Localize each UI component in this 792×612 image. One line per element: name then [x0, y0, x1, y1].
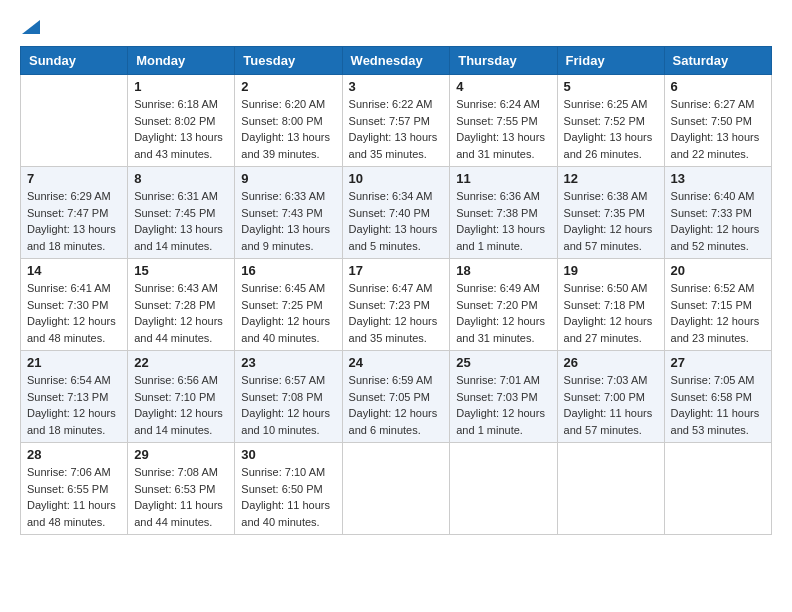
daylight-text: Daylight: 12 hours and 27 minutes.: [564, 313, 658, 346]
calendar-cell: 18Sunrise: 6:49 AMSunset: 7:20 PMDayligh…: [450, 259, 557, 351]
sunset-text: Sunset: 8:00 PM: [241, 113, 335, 130]
sunrise-text: Sunrise: 6:36 AM: [456, 188, 550, 205]
calendar-cell: 10Sunrise: 6:34 AMSunset: 7:40 PMDayligh…: [342, 167, 450, 259]
calendar-cell: 28Sunrise: 7:06 AMSunset: 6:55 PMDayligh…: [21, 443, 128, 535]
sunset-text: Sunset: 7:47 PM: [27, 205, 121, 222]
calendar-cell: 15Sunrise: 6:43 AMSunset: 7:28 PMDayligh…: [128, 259, 235, 351]
daylight-text: Daylight: 12 hours and 18 minutes.: [27, 405, 121, 438]
daylight-text: Daylight: 11 hours and 53 minutes.: [671, 405, 765, 438]
day-number: 25: [456, 355, 550, 370]
day-number: 27: [671, 355, 765, 370]
sunset-text: Sunset: 6:58 PM: [671, 389, 765, 406]
daylight-text: Daylight: 11 hours and 44 minutes.: [134, 497, 228, 530]
day-info: Sunrise: 6:27 AMSunset: 7:50 PMDaylight:…: [671, 96, 765, 162]
sunrise-text: Sunrise: 7:03 AM: [564, 372, 658, 389]
day-number: 28: [27, 447, 121, 462]
daylight-text: Daylight: 12 hours and 48 minutes.: [27, 313, 121, 346]
day-number: 4: [456, 79, 550, 94]
sunrise-text: Sunrise: 6:56 AM: [134, 372, 228, 389]
day-number: 16: [241, 263, 335, 278]
sunrise-text: Sunrise: 6:52 AM: [671, 280, 765, 297]
day-number: 18: [456, 263, 550, 278]
sunset-text: Sunset: 7:35 PM: [564, 205, 658, 222]
day-info: Sunrise: 6:24 AMSunset: 7:55 PMDaylight:…: [456, 96, 550, 162]
calendar-cell: 4Sunrise: 6:24 AMSunset: 7:55 PMDaylight…: [450, 75, 557, 167]
daylight-text: Daylight: 13 hours and 18 minutes.: [27, 221, 121, 254]
day-number: 12: [564, 171, 658, 186]
sunrise-text: Sunrise: 6:59 AM: [349, 372, 444, 389]
calendar-cell: 20Sunrise: 6:52 AMSunset: 7:15 PMDayligh…: [664, 259, 771, 351]
sunrise-text: Sunrise: 7:05 AM: [671, 372, 765, 389]
sunrise-text: Sunrise: 6:54 AM: [27, 372, 121, 389]
day-number: 1: [134, 79, 228, 94]
sunset-text: Sunset: 7:40 PM: [349, 205, 444, 222]
day-number: 3: [349, 79, 444, 94]
day-info: Sunrise: 7:10 AMSunset: 6:50 PMDaylight:…: [241, 464, 335, 530]
day-info: Sunrise: 6:52 AMSunset: 7:15 PMDaylight:…: [671, 280, 765, 346]
logo: [20, 20, 40, 30]
day-info: Sunrise: 6:22 AMSunset: 7:57 PMDaylight:…: [349, 96, 444, 162]
day-info: Sunrise: 6:49 AMSunset: 7:20 PMDaylight:…: [456, 280, 550, 346]
calendar-table: SundayMondayTuesdayWednesdayThursdayFrid…: [20, 46, 772, 535]
calendar-cell: [450, 443, 557, 535]
day-info: Sunrise: 6:41 AMSunset: 7:30 PMDaylight:…: [27, 280, 121, 346]
calendar-cell: 1Sunrise: 6:18 AMSunset: 8:02 PMDaylight…: [128, 75, 235, 167]
calendar-cell: 26Sunrise: 7:03 AMSunset: 7:00 PMDayligh…: [557, 351, 664, 443]
calendar-cell: 30Sunrise: 7:10 AMSunset: 6:50 PMDayligh…: [235, 443, 342, 535]
day-info: Sunrise: 6:59 AMSunset: 7:05 PMDaylight:…: [349, 372, 444, 438]
sunset-text: Sunset: 7:18 PM: [564, 297, 658, 314]
day-info: Sunrise: 7:06 AMSunset: 6:55 PMDaylight:…: [27, 464, 121, 530]
calendar-cell: 2Sunrise: 6:20 AMSunset: 8:00 PMDaylight…: [235, 75, 342, 167]
calendar-cell: 5Sunrise: 6:25 AMSunset: 7:52 PMDaylight…: [557, 75, 664, 167]
daylight-text: Daylight: 13 hours and 43 minutes.: [134, 129, 228, 162]
sunrise-text: Sunrise: 7:08 AM: [134, 464, 228, 481]
sunset-text: Sunset: 6:53 PM: [134, 481, 228, 498]
daylight-text: Daylight: 12 hours and 6 minutes.: [349, 405, 444, 438]
calendar-cell: 13Sunrise: 6:40 AMSunset: 7:33 PMDayligh…: [664, 167, 771, 259]
daylight-text: Daylight: 11 hours and 40 minutes.: [241, 497, 335, 530]
daylight-text: Daylight: 13 hours and 35 minutes.: [349, 129, 444, 162]
day-number: 5: [564, 79, 658, 94]
sunset-text: Sunset: 7:13 PM: [27, 389, 121, 406]
day-number: 26: [564, 355, 658, 370]
page-header: [20, 20, 772, 30]
sunset-text: Sunset: 7:45 PM: [134, 205, 228, 222]
sunset-text: Sunset: 7:28 PM: [134, 297, 228, 314]
daylight-text: Daylight: 12 hours and 14 minutes.: [134, 405, 228, 438]
header-friday: Friday: [557, 47, 664, 75]
sunset-text: Sunset: 7:10 PM: [134, 389, 228, 406]
sunset-text: Sunset: 7:08 PM: [241, 389, 335, 406]
daylight-text: Daylight: 13 hours and 14 minutes.: [134, 221, 228, 254]
daylight-text: Daylight: 13 hours and 31 minutes.: [456, 129, 550, 162]
daylight-text: Daylight: 13 hours and 5 minutes.: [349, 221, 444, 254]
header-wednesday: Wednesday: [342, 47, 450, 75]
day-info: Sunrise: 6:38 AMSunset: 7:35 PMDaylight:…: [564, 188, 658, 254]
calendar-header-row: SundayMondayTuesdayWednesdayThursdayFrid…: [21, 47, 772, 75]
day-info: Sunrise: 7:08 AMSunset: 6:53 PMDaylight:…: [134, 464, 228, 530]
sunrise-text: Sunrise: 6:38 AM: [564, 188, 658, 205]
calendar-cell: [342, 443, 450, 535]
sunrise-text: Sunrise: 6:18 AM: [134, 96, 228, 113]
day-info: Sunrise: 7:03 AMSunset: 7:00 PMDaylight:…: [564, 372, 658, 438]
calendar-cell: 11Sunrise: 6:36 AMSunset: 7:38 PMDayligh…: [450, 167, 557, 259]
sunrise-text: Sunrise: 7:06 AM: [27, 464, 121, 481]
day-info: Sunrise: 6:36 AMSunset: 7:38 PMDaylight:…: [456, 188, 550, 254]
sunrise-text: Sunrise: 6:29 AM: [27, 188, 121, 205]
calendar-cell: 25Sunrise: 7:01 AMSunset: 7:03 PMDayligh…: [450, 351, 557, 443]
day-number: 10: [349, 171, 444, 186]
calendar-cell: 14Sunrise: 6:41 AMSunset: 7:30 PMDayligh…: [21, 259, 128, 351]
day-info: Sunrise: 6:25 AMSunset: 7:52 PMDaylight:…: [564, 96, 658, 162]
header-sunday: Sunday: [21, 47, 128, 75]
day-info: Sunrise: 7:05 AMSunset: 6:58 PMDaylight:…: [671, 372, 765, 438]
day-info: Sunrise: 6:56 AMSunset: 7:10 PMDaylight:…: [134, 372, 228, 438]
day-number: 11: [456, 171, 550, 186]
sunset-text: Sunset: 7:33 PM: [671, 205, 765, 222]
daylight-text: Daylight: 13 hours and 1 minute.: [456, 221, 550, 254]
sunrise-text: Sunrise: 6:22 AM: [349, 96, 444, 113]
day-info: Sunrise: 7:01 AMSunset: 7:03 PMDaylight:…: [456, 372, 550, 438]
calendar-cell: 9Sunrise: 6:33 AMSunset: 7:43 PMDaylight…: [235, 167, 342, 259]
sunset-text: Sunset: 7:38 PM: [456, 205, 550, 222]
daylight-text: Daylight: 13 hours and 9 minutes.: [241, 221, 335, 254]
calendar-cell: [21, 75, 128, 167]
calendar-cell: 21Sunrise: 6:54 AMSunset: 7:13 PMDayligh…: [21, 351, 128, 443]
